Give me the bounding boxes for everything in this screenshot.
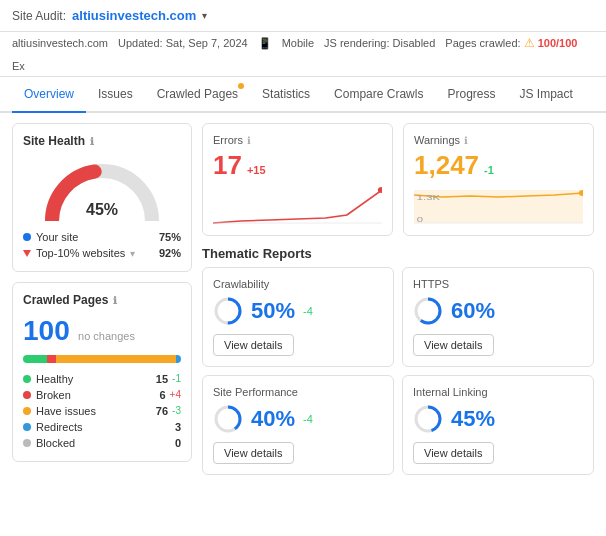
thematic-crawlability: Crawlability 50% -4 View details (202, 267, 394, 367)
internal-linking-pct-row: 45% (413, 404, 583, 434)
crawled-header: 100 no changes (23, 315, 181, 347)
crawl-legend: Healthy 15 -1 Broken 6 +4 (23, 371, 181, 451)
change-healthy: -1 (172, 373, 181, 385)
internal-linking-view-details-button[interactable]: View details (413, 442, 494, 464)
dot-broken (23, 391, 31, 399)
site-performance-view-details-button[interactable]: View details (213, 442, 294, 464)
main-content: Site Health ℹ 45% (0, 113, 606, 485)
https-view-details-button[interactable]: View details (413, 334, 494, 356)
thematic-internal-linking: Internal Linking 45% View details (402, 375, 594, 475)
dropdown-icon[interactable]: ▾ (202, 10, 207, 21)
change-issues: -3 (172, 405, 181, 417)
your-site-dot (23, 233, 31, 241)
warnings-change: -1 (484, 164, 494, 176)
tab-issues[interactable]: Issues (86, 77, 145, 111)
warning-icon: ⚠ (524, 36, 535, 50)
crawlability-pct: 50% (251, 298, 295, 324)
warnings-card: Warnings ℹ 1,247 -1 1.3K 0 (403, 123, 594, 236)
val-redirects: 3 (175, 421, 181, 433)
thematic-https: HTTPS 60% View details (402, 267, 594, 367)
dot-issues (23, 407, 31, 415)
gauge-wrap: 45% (42, 156, 162, 221)
crawled-no-changes: no changes (78, 330, 135, 342)
crawl-item-broken: Broken 6 +4 (23, 387, 181, 403)
https-title: HTTPS (413, 278, 583, 290)
svg-text:1.3K: 1.3K (417, 193, 441, 202)
gauge-percentage: 45% (86, 201, 118, 219)
val-issues: 76 (156, 405, 168, 417)
sub-header: altiusinvestech.com Updated: Sat, Sep 7,… (0, 32, 606, 77)
errors-number: 17 (213, 150, 242, 181)
metrics-row: Errors ℹ 17 +15 Warning (202, 123, 594, 236)
https-pct: 60% (451, 298, 495, 324)
tab-statistics[interactable]: Statistics (250, 77, 322, 111)
site-health-title: Site Health ℹ (23, 134, 181, 148)
tab-dot (238, 83, 244, 89)
crawlability-pct-row: 50% -4 (213, 296, 383, 326)
thematic-title: Thematic Reports (202, 246, 594, 261)
thematic-site-performance: Site Performance 40% -4 View details (202, 375, 394, 475)
warnings-info-icon[interactable]: ℹ (464, 135, 468, 146)
val-broken: 6 (159, 389, 165, 401)
https-pct-row: 60% (413, 296, 583, 326)
legend-top10: Top-10% websites ▾ 92% (23, 245, 181, 261)
val-healthy: 15 (156, 373, 168, 385)
errors-value-row: 17 +15 (213, 150, 382, 181)
tab-progress[interactable]: Progress (435, 77, 507, 111)
pages-crawled-label: Pages crawled: ⚠ 100/100 (445, 36, 577, 50)
site-performance-title: Site Performance (213, 386, 383, 398)
site-health-card: Site Health ℹ 45% (12, 123, 192, 272)
thematic-section: Thematic Reports Crawlability 50% -4 Vie… (202, 246, 594, 475)
errors-sparkline (213, 185, 382, 225)
site-performance-change: -4 (303, 413, 313, 425)
tab-crawled-pages[interactable]: Crawled Pages (145, 77, 250, 111)
site-health-info-icon[interactable]: ℹ (90, 136, 94, 147)
audit-label: Site Audit: (12, 9, 66, 23)
pb-healthy (23, 355, 47, 363)
crawl-item-blocked: Blocked 0 (23, 435, 181, 451)
warnings-value-row: 1,247 -1 (414, 150, 583, 181)
crawled-pages-card: Crawled Pages ℹ 100 no changes Healthy (12, 282, 192, 462)
extra-label: Ex (12, 60, 25, 72)
site-url-link[interactable]: altiusinvestech.com (72, 8, 196, 23)
site-header: Site Audit: altiusinvestech.com ▾ (0, 0, 606, 32)
top10-dropdown[interactable]: ▾ (130, 248, 135, 259)
legend-your-site: Your site 75% (23, 229, 181, 245)
crawled-progress-bar (23, 355, 181, 363)
errors-change: +15 (247, 164, 266, 176)
internal-linking-circle (413, 404, 443, 434)
top10-value: 92% (159, 247, 181, 259)
dot-blocked (23, 439, 31, 447)
device-label: Mobile (282, 37, 314, 49)
errors-label: Errors ℹ (213, 134, 382, 146)
updated-label: Updated: Sat, Sep 7, 2024 (118, 37, 248, 49)
crawlability-change: -4 (303, 305, 313, 317)
gauge-container: 45% (23, 156, 181, 221)
site-performance-pct: 40% (251, 406, 295, 432)
change-broken: +4 (170, 389, 181, 401)
internal-linking-title: Internal Linking (413, 386, 583, 398)
js-rendering-label: JS rendering: Disabled (324, 37, 435, 49)
crawl-item-redirects: Redirects 3 (23, 419, 181, 435)
dot-redirects (23, 423, 31, 431)
crawlability-title: Crawlability (213, 278, 383, 290)
tab-js-impact[interactable]: JS Impact (507, 77, 584, 111)
pb-issues (56, 355, 176, 363)
device-icon: 📱 (258, 37, 272, 50)
errors-card: Errors ℹ 17 +15 (202, 123, 393, 236)
site-health-legend: Your site 75% Top-10% websites ▾ 92% (23, 229, 181, 261)
svg-text:0: 0 (417, 215, 424, 224)
crawl-item-issues: Have issues 76 -3 (23, 403, 181, 419)
crawl-item-healthy: Healthy 15 -1 (23, 371, 181, 387)
nav-tabs: Overview Issues Crawled Pages Statistics… (0, 77, 606, 113)
crawled-pages-info-icon[interactable]: ℹ (113, 295, 117, 306)
top10-icon (23, 250, 31, 257)
crawlability-view-details-button[interactable]: View details (213, 334, 294, 356)
your-site-value: 75% (159, 231, 181, 243)
thematic-grid: Crawlability 50% -4 View details HTTPS (202, 267, 594, 475)
errors-info-icon[interactable]: ℹ (247, 135, 251, 146)
tab-compare-crawls[interactable]: Compare Crawls (322, 77, 435, 111)
tab-overview[interactable]: Overview (12, 77, 86, 113)
right-panel: Errors ℹ 17 +15 Warning (202, 123, 594, 475)
crawled-count: 100 (23, 315, 70, 346)
